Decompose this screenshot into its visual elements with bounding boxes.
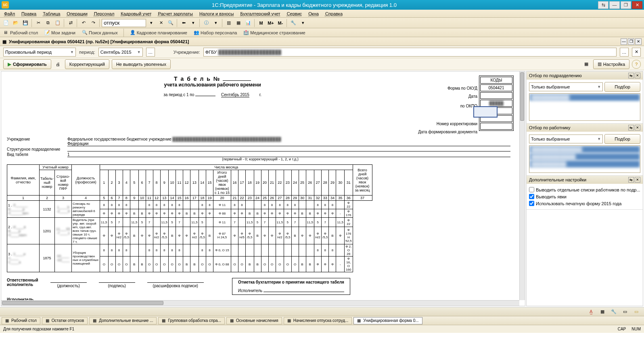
print-icon[interactable]: 🖨 [54, 60, 63, 69]
compare-icon[interactable]: ⇄ [66, 19, 75, 27]
mem-mplus[interactable]: M+ [266, 19, 275, 27]
sec2-collapse[interactable]: ⇆ [628, 125, 634, 130]
arrows-icon[interactable]: ⇆ [598, 1, 608, 9]
close-button[interactable]: ✕ [632, 1, 642, 9]
emp-listbox[interactable]: ████████████████ ██████████████ ████████… [529, 145, 640, 173]
list-item[interactable]: ████████████████ [529, 146, 640, 153]
menu-edit[interactable]: Правка [18, 11, 40, 17]
list-icon[interactable]: ▥ [224, 19, 233, 27]
period-select[interactable]: Сентябрь 2015▼ [98, 48, 143, 57]
dept-pick-button[interactable]: Подбор [604, 82, 640, 92]
menu-file[interactable]: Файл [1, 11, 18, 17]
tab-restore[interactable]: ❐ [628, 38, 634, 45]
sec3-collapse[interactable]: ⇆ [628, 177, 634, 183]
org-clear-button[interactable]: ✕ [632, 48, 641, 57]
tab-minimize[interactable]: — [621, 38, 627, 45]
check-attendance[interactable]: Выводить явки [529, 193, 640, 200]
mem-m[interactable]: M [257, 19, 266, 27]
task-tab[interactable]: ▦Унифицированная форма 0... [353, 317, 422, 324]
info-dd-icon[interactable]: ▾ [211, 19, 220, 27]
undo-icon[interactable]: ↶ [79, 19, 88, 27]
check-separate[interactable]: Выводить отдельные списки работников по … [529, 186, 640, 193]
info-icon[interactable]: ⓘ [202, 19, 211, 27]
task-tab[interactable]: ▦Начисления отпуска сотруд... [284, 317, 352, 324]
menu-windows[interactable]: Окна [305, 11, 322, 17]
task-tab[interactable]: ▦Остатки отпусков [42, 317, 88, 324]
dept-mode-select[interactable]: Только выбранные▼ [529, 82, 603, 91]
help-icon[interactable]: ? [632, 60, 641, 69]
font-icon[interactable]: A̲ [587, 307, 596, 316]
menu-service[interactable]: Сервис [284, 11, 305, 17]
period-picker-button[interactable]: … [146, 48, 155, 57]
new-icon[interactable]: 📄 [2, 19, 10, 27]
task-tab[interactable]: ▦Групповая обработка спра... [158, 317, 225, 324]
task-tab[interactable]: ▦Рабочий стол [2, 317, 40, 324]
copy-icon[interactable]: ⧉ [44, 19, 52, 27]
wrench-icon[interactable]: 🔧 [609, 307, 618, 316]
menu-help[interactable]: Справка [322, 11, 346, 17]
menu-payroll[interactable]: Расчет зарплаты [155, 11, 196, 17]
menu-operations[interactable]: Операции [63, 11, 90, 17]
horizontal-scrollbar[interactable] [1, 300, 519, 306]
task-tab[interactable]: ▦Основные начисления [226, 317, 282, 324]
redo-icon[interactable]: ↷ [89, 19, 98, 27]
period-type-select[interactable]: Произвольный период▼ [3, 48, 76, 57]
nav-tasks[interactable]: 📝Мои задачи [43, 29, 77, 36]
minimize-button[interactable]: — [609, 1, 620, 9]
open-icon[interactable]: 📂 [11, 19, 20, 27]
spanner-icon[interactable]: 🔧 [289, 19, 298, 27]
org-picker-button[interactable]: … [620, 48, 629, 57]
chart-icon[interactable]: 📊 [244, 19, 253, 27]
cut-icon[interactable]: ✂ [34, 19, 43, 27]
report-scroll[interactable]: КОДЫ0504421 █████ Форма по ОКУДДатапо ОК… [1, 72, 519, 300]
menu-accounting[interactable]: Бухгалтерский учет [237, 11, 284, 17]
nav-search[interactable]: 🔍Поиск данных [80, 29, 119, 36]
mem-mminus[interactable]: M- [276, 19, 285, 27]
generate-button[interactable]: ▶Сформировать [3, 59, 51, 69]
bookmark-icon[interactable]: ▦ [598, 307, 607, 316]
dept-listbox[interactable]: ████████████ [529, 93, 640, 121]
grid-icon[interactable]: ▦ [582, 60, 591, 69]
page-icon[interactable]: ▭ [632, 307, 641, 316]
list-item[interactable]: ███████████ [529, 160, 640, 168]
no-dismissed-button[interactable]: Не выводить уволенных [112, 59, 171, 69]
paste-icon[interactable]: 📋 [53, 19, 62, 27]
forward-icon[interactable]: ▾ [189, 19, 198, 27]
emp-pick-button[interactable]: Подбор [604, 134, 640, 144]
find-icon[interactable]: 🔍 [166, 19, 175, 27]
nav-desktop[interactable]: 🖥Рабочий стол [2, 29, 40, 36]
nav-med[interactable]: 🏥Медицинское страхование [242, 29, 307, 36]
emp-mode-select[interactable]: Только выбранные▼ [529, 135, 603, 143]
search-clear-icon[interactable]: ✕ [157, 19, 165, 27]
menu-table[interactable]: Таблица [40, 11, 63, 17]
calendar-icon[interactable]: ▦ [234, 19, 243, 27]
list-item[interactable]: ██████████████ [529, 153, 640, 160]
sec1-close[interactable]: ✕ [635, 73, 640, 78]
settings-button[interactable]: ▥Настройка [593, 59, 629, 69]
search-dropdown-icon[interactable]: ▾ [147, 19, 156, 27]
sec3-close[interactable]: ✕ [635, 177, 640, 183]
checkbox[interactable] [529, 187, 534, 192]
save-icon[interactable]: 💾 [21, 19, 30, 27]
search-input[interactable] [102, 19, 146, 27]
menu-hr[interactable]: Кадровый учет [117, 11, 155, 17]
correcting-button[interactable]: Корректирующий [65, 59, 109, 69]
checkbox[interactable] [529, 201, 534, 206]
maximize-button[interactable]: ❐ [621, 1, 631, 9]
checkbox[interactable] [529, 194, 534, 199]
tab-close[interactable]: ✕ [635, 38, 642, 45]
menu-taxes[interactable]: Налоги и взносы [196, 11, 237, 17]
back-icon[interactable]: ⬅ [179, 19, 188, 27]
sec1-collapse[interactable]: ⇆ [628, 73, 634, 78]
vertical-scrollbar[interactable] [519, 72, 525, 300]
check-2015-form[interactable]: Использовать печатную форму 2015 года [529, 200, 640, 207]
minus-icon[interactable]: ▭ [621, 307, 629, 316]
nav-planning[interactable]: 👤Кадровое планирование [128, 29, 189, 36]
task-tab[interactable]: ▦Дополнительные внешние ... [89, 317, 157, 324]
org-input[interactable]: ФГБУ████████████████████ [203, 48, 617, 57]
sec2-close[interactable]: ✕ [635, 125, 640, 130]
menu-personnel[interactable]: Персонал [91, 11, 118, 17]
list-item[interactable]: ████████████ [529, 94, 640, 101]
nav-recruit[interactable]: 👥Набор персонала [192, 29, 238, 36]
spanner-dd-icon[interactable]: ▾ [299, 19, 307, 27]
